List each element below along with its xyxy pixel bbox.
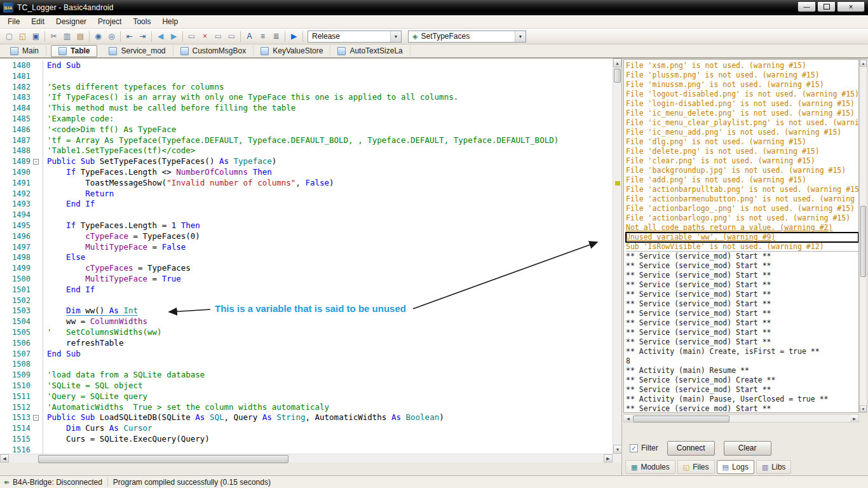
fold-collapse-icon[interactable]: - <box>33 159 39 165</box>
log-vertical-scroll-thumb[interactable] <box>860 206 866 277</box>
code-text[interactable]: Public Sub SetTypeFaces(TypeFaces() As T… <box>47 156 613 167</box>
panel-tab-libs[interactable]: ▥Libs <box>756 460 791 474</box>
maximize-button[interactable] <box>817 1 836 12</box>
code-text[interactable] <box>47 71 613 82</box>
save-icon[interactable]: ▣ <box>29 30 43 43</box>
code-text[interactable]: Curs = SQLite.ExecQuery(Query) <box>47 434 613 445</box>
code-text[interactable]: 'load data from a SQLite database <box>47 370 613 381</box>
code-editor[interactable]: 1480End Sub14811482'Sets different typef… <box>0 58 621 463</box>
code-text[interactable]: 'Sets different typefaces for columns <box>47 82 613 93</box>
log-horizontal-scroll-thumb[interactable] <box>633 416 729 423</box>
editor-vertical-scrollbar[interactable]: ▲ ▼ <box>613 58 621 454</box>
code-text[interactable]: End Sub <box>47 60 613 71</box>
code-text[interactable]: 'Query = SQLite query <box>47 391 613 402</box>
menu-item-project[interactable]: Project <box>92 16 127 27</box>
scroll-up-icon[interactable]: ▲ <box>860 60 867 67</box>
fold-collapse-icon[interactable]: - <box>33 415 39 421</box>
clear-button[interactable]: Clear <box>724 441 771 456</box>
cut-icon[interactable]: ✂ <box>47 30 60 43</box>
code-text[interactable] <box>47 359 613 370</box>
scroll-down-icon[interactable]: ▼ <box>860 405 867 412</box>
log-vertical-scrollbar[interactable]: ▲ ▼ <box>859 59 867 413</box>
code-text[interactable] <box>47 445 613 454</box>
menu-item-edit[interactable]: Edit <box>25 16 50 27</box>
code-text[interactable]: '<code>Dim tf() As TypeFace <box>47 125 613 135</box>
log-line-highlighted[interactable]: Unused variable 'ww'. (warning #9) <box>626 233 858 242</box>
code-text[interactable]: End If <box>47 285 613 295</box>
paste-icon[interactable]: ▤ <box>74 30 87 43</box>
vertical-scroll-thumb[interactable] <box>614 69 621 83</box>
log-line[interactable]: Not all code paths return a value. (warn… <box>626 223 858 233</box>
code-text[interactable]: Dim Curs As Cursor <box>47 423 613 434</box>
code-text[interactable]: ww = ColumnWidths <box>47 316 613 327</box>
regions-icon[interactable]: ▭ <box>225 30 238 43</box>
font-case-icon[interactable]: A <box>243 30 256 43</box>
filter-checkbox-wrap[interactable]: ✓ Filter <box>630 444 658 452</box>
code-text[interactable]: 'This method must be called before filli… <box>47 103 613 114</box>
forward-icon[interactable]: ▶ <box>167 30 180 43</box>
find-icon[interactable]: ◉ <box>92 30 105 43</box>
tab-main[interactable]: Main <box>3 45 46 57</box>
scroll-down-icon[interactable]: ▼ <box>613 445 622 454</box>
code-text[interactable]: 'AutomaticWidths True > set the column w… <box>47 402 613 413</box>
code-text[interactable]: 'tf = Array As Typeface(Typeface.DEFAULT… <box>47 135 613 146</box>
indent-icon[interactable]: ⇥ <box>136 30 149 43</box>
menu-item-designer[interactable]: Designer <box>50 16 92 27</box>
scroll-left-icon[interactable]: ◀ <box>0 454 9 463</box>
tab-custommsgbox[interactable]: CustomMsgBox <box>173 45 254 57</box>
code-text[interactable]: ' SetColumnsWidths(ww) <box>47 327 613 338</box>
code-area[interactable]: 1480End Sub14811482'Sets different typef… <box>0 58 613 454</box>
code-text[interactable]: refreshTable <box>47 338 613 349</box>
build-configuration-select[interactable]: Release ▼ <box>308 30 402 43</box>
close-button[interactable]: × <box>837 1 865 12</box>
tab-table[interactable]: Table <box>51 45 97 57</box>
scroll-right-icon[interactable]: ▶ <box>604 454 613 463</box>
outline-collapse-icon[interactable]: ≡ <box>256 30 269 43</box>
scroll-left-icon[interactable]: ◀ <box>624 415 632 422</box>
code-text[interactable]: MultiTypeFace = True <box>47 274 613 285</box>
log-output[interactable]: File 'xsm.png' is not used. (warning #15… <box>623 59 859 413</box>
designer-window-icon[interactable]: ▭ <box>185 30 198 43</box>
panel-tab-files[interactable]: ◱Files <box>677 460 715 474</box>
copy-icon[interactable]: ▥ <box>60 30 74 43</box>
code-text[interactable]: If TypeFaces.Length = 1 Then <box>47 220 613 231</box>
code-text[interactable]: cTypeFace = TypeFaces(0) <box>47 231 613 242</box>
tab-autotextsizela[interactable]: AutoTextSizeLa <box>330 45 410 57</box>
module-navigator-select[interactable]: ◈ SetTypeFaces ▼ <box>408 30 526 43</box>
code-text[interactable]: 'Example code: <box>47 114 613 125</box>
visual-designer-icon[interactable]: ▭ <box>212 30 225 43</box>
code-text[interactable]: Return <box>47 189 613 200</box>
filter-checkbox[interactable]: ✓ <box>630 444 638 452</box>
outdent-icon[interactable]: ⇤ <box>123 30 136 43</box>
code-text[interactable]: 'Table1.SetTypeFaces(tf)</code> <box>47 146 613 156</box>
compile-run-icon[interactable]: ▶ <box>287 30 301 43</box>
open-folder-icon[interactable]: ◱ <box>16 30 29 43</box>
menu-item-file[interactable]: File <box>2 16 25 27</box>
scroll-right-icon[interactable]: ▶ <box>850 415 858 422</box>
code-text[interactable]: End If <box>47 199 613 210</box>
tab-keyvaluestore[interactable]: KeyValueStore <box>254 45 330 57</box>
outline-expand-icon[interactable]: ≣ <box>269 30 283 43</box>
abort-icon[interactable]: × <box>198 30 212 43</box>
code-text[interactable]: ToastMessageShow("Invalid number of colu… <box>47 178 613 189</box>
code-text[interactable]: 'SQLite = SQL object <box>47 381 613 391</box>
new-file-icon[interactable]: ▢ <box>3 30 16 43</box>
minimize-button[interactable]: — <box>797 1 816 12</box>
tab-service_mod[interactable]: Service_mod <box>102 45 173 57</box>
menu-item-tools[interactable]: Tools <box>127 16 156 27</box>
menu-item-help[interactable]: Help <box>156 16 184 27</box>
code-text[interactable] <box>47 210 613 220</box>
code-text[interactable]: MultiTypeFace = False <box>47 242 613 253</box>
code-text[interactable]: cTypeFaces = TypeFaces <box>47 263 613 274</box>
find-next-icon[interactable]: ◎ <box>105 30 118 43</box>
panel-tab-logs[interactable]: ▤Logs <box>717 460 754 474</box>
connect-button[interactable]: Connect <box>667 441 715 456</box>
scroll-up-icon[interactable]: ▲ <box>613 58 621 67</box>
log-horizontal-scrollbar[interactable]: ◀ ▶ <box>623 414 859 423</box>
code-text[interactable]: Else <box>47 252 613 263</box>
editor-horizontal-scrollbar[interactable]: ◀ ▶ <box>0 454 613 463</box>
back-icon[interactable]: ◀ <box>154 30 167 43</box>
code-text[interactable]: Public Sub LoadSQLiteDB(SQLite As SQL, Q… <box>47 412 613 423</box>
panel-tab-modules[interactable]: ▦Modules <box>625 460 675 474</box>
code-text[interactable]: 'If TypeFaces() is an array with only on… <box>47 92 613 103</box>
